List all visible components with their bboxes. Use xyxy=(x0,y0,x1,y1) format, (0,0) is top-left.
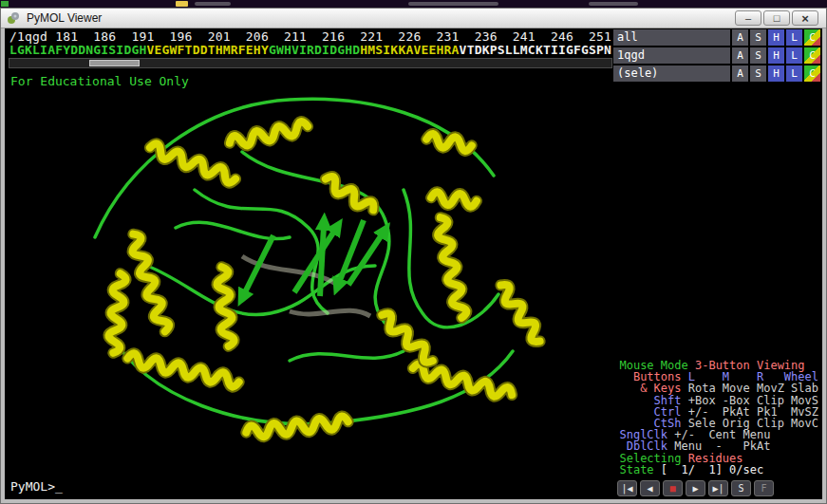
maximize-button[interactable]: □ xyxy=(763,10,790,26)
mouse-panel-text: State xyxy=(619,463,660,476)
command-prompt: PyMOL> xyxy=(10,479,55,494)
close-icon: × xyxy=(801,12,809,25)
mouse-panel-text: [ 1/ 1] 0/sec xyxy=(661,463,763,476)
go-to-start-button[interactable]: |◀ xyxy=(617,480,637,496)
pymol-icon xyxy=(7,11,20,25)
background-app-icon xyxy=(1,1,9,7)
object-panel: allASHLC1qgdASHLC(sele)ASHLC xyxy=(611,29,822,82)
sequence-scrollbar[interactable] xyxy=(9,58,612,68)
protein-structure xyxy=(5,84,611,497)
vcr-controls: |◀◀■▶▶|SF xyxy=(617,480,774,496)
object-menu-button-C[interactable]: C xyxy=(804,47,820,64)
title-bar[interactable]: PyMOL Viewer – □ × xyxy=(1,9,826,28)
close-button[interactable]: × xyxy=(792,10,818,26)
command-cursor: _ xyxy=(55,479,63,494)
object-menu-button-C[interactable]: C xyxy=(804,29,820,46)
opengl-canvas[interactable]: /1qgd 181 186 191 196 201 206 211 216 22… xyxy=(5,28,822,499)
sequence-segment[interactable]: VTDKPSLLMCKTIIGFGSPN xyxy=(460,43,612,57)
object-row: 1qgdASHLC xyxy=(613,47,820,64)
minimize-button[interactable]: – xyxy=(735,10,761,26)
fullscreen-button[interactable]: F xyxy=(754,480,774,496)
go-to-end-button[interactable]: ▶| xyxy=(708,480,728,496)
background-text-blur xyxy=(195,2,231,6)
object-menu-button-L[interactable]: L xyxy=(786,65,802,82)
sequence-segment[interactable]: LGKLIAFYDDNGISIDGH xyxy=(9,43,146,57)
pymol-window: PyMOL Viewer – □ × /1qgd 181 186 191 196… xyxy=(0,8,827,504)
sequence-segment[interactable]: VEGWFTDD xyxy=(146,43,207,57)
object-name-button[interactable]: (sele) xyxy=(613,65,730,82)
maximize-icon: □ xyxy=(774,13,780,24)
object-name-button[interactable]: 1qgd xyxy=(613,47,730,64)
background-taskbar-strip xyxy=(0,0,827,8)
folder-icon xyxy=(176,1,188,7)
mouse-panel-line[interactable]: State [ 1/ 1] 0/sec xyxy=(619,464,818,476)
right-panel: allASHLC1qgdASHLC(sele)ASHLC Mouse Mode … xyxy=(611,29,822,499)
minimize-icon: – xyxy=(745,13,751,24)
sequence-scrollbar-thumb[interactable] xyxy=(89,60,140,66)
screen: PyMOL Viewer – □ × /1qgd 181 186 191 196… xyxy=(0,0,827,504)
object-menu-button-A[interactable]: A xyxy=(732,29,748,46)
play-button[interactable]: ▶ xyxy=(686,480,705,496)
background-text-blur xyxy=(589,2,638,6)
window-controls: – □ × xyxy=(735,10,818,26)
command-line-input[interactable]: PyMOL>_ xyxy=(10,479,63,494)
object-menu-button-H[interactable]: H xyxy=(768,29,784,46)
stop-button[interactable]: ■ xyxy=(663,480,683,496)
viewport-canvas[interactable] xyxy=(5,84,611,497)
sequence-segment[interactable]: GWHVIRDIDGHD xyxy=(269,43,360,57)
window-title: PyMOL Viewer xyxy=(27,11,102,25)
object-row: (sele)ASHLC xyxy=(613,65,820,82)
object-row: allASHLC xyxy=(613,29,820,46)
object-name-button[interactable]: all xyxy=(613,29,730,46)
sequence-ruler: /1qgd 181 186 191 196 201 206 211 216 22… xyxy=(9,29,611,44)
object-menu-button-L[interactable]: L xyxy=(786,29,802,46)
object-menu-button-S[interactable]: S xyxy=(750,29,766,46)
step-back-button[interactable]: ◀ xyxy=(640,480,660,496)
sequence-segment[interactable]: THMRFEHY xyxy=(208,43,269,57)
sequence-toggle-button[interactable]: S xyxy=(731,480,751,496)
object-menu-button-A[interactable]: A xyxy=(732,65,748,82)
sequence-letters: LGKLIAFYDDNGISIDGHVEGWFTDDTHMRFEHYGWHVIR… xyxy=(9,43,611,57)
sequence-segment[interactable]: HMSIKKAVEEHRA xyxy=(360,43,459,57)
object-menu-button-S[interactable]: S xyxy=(750,65,766,82)
object-menu-button-H[interactable]: H xyxy=(768,65,784,82)
object-menu-button-A[interactable]: A xyxy=(732,47,748,64)
mouse-panel: Mouse Mode 3-Button Viewing Buttons L M … xyxy=(619,360,818,476)
object-menu-button-H[interactable]: H xyxy=(768,47,784,64)
object-menu-button-L[interactable]: L xyxy=(786,47,802,64)
object-menu-button-S[interactable]: S xyxy=(750,47,766,64)
object-menu-button-C[interactable]: C xyxy=(804,65,820,82)
background-text-blur xyxy=(408,2,498,6)
